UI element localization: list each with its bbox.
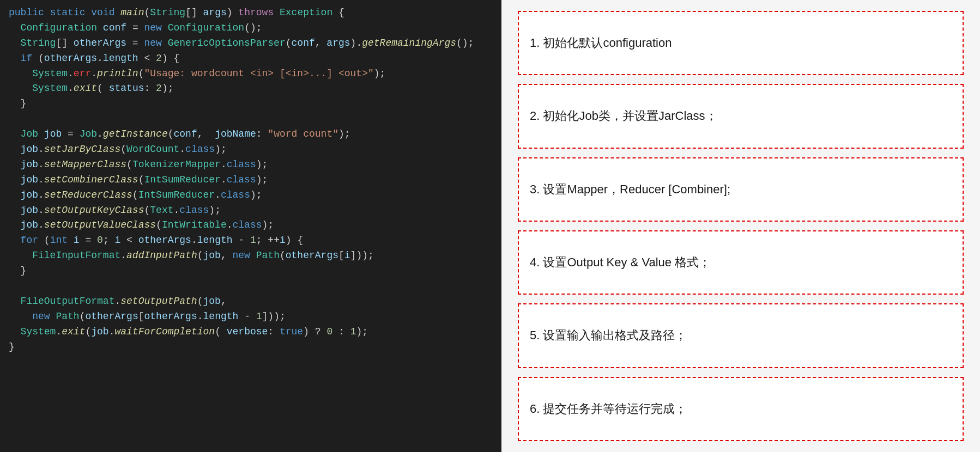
note-item-1: 1. 初始化默认configuration: [518, 11, 964, 75]
note-text-3: 3. 设置Mapper，Reducer [Combiner];: [530, 181, 730, 198]
note-item-6: 6. 提交任务并等待运行完成；: [518, 377, 964, 441]
note-item-2: 2. 初始化Job类，并设置JarClass；: [518, 84, 964, 148]
note-item-3: 3. 设置Mapper，Reducer [Combiner];: [518, 157, 964, 222]
notes-panel: 1. 初始化默认configuration 2. 初始化Job类，并设置JarC…: [501, 0, 980, 452]
note-text-5: 5. 设置输入输出格式及路径；: [530, 327, 687, 344]
code-panel: public static void main(String[] args) t…: [0, 0, 501, 452]
code-content: public static void main(String[] args) t…: [9, 5, 493, 355]
note-item-5: 5. 设置输入输出格式及路径；: [518, 303, 964, 368]
note-text-4: 4. 设置Output Key & Value 格式；: [530, 254, 711, 271]
note-text-1: 1. 初始化默认configuration: [530, 35, 672, 51]
note-text-2: 2. 初始化Job类，并设置JarClass；: [530, 108, 717, 124]
note-text-6: 6. 提交任务并等待运行完成；: [530, 401, 687, 417]
note-item-4: 4. 设置Output Key & Value 格式；: [518, 230, 964, 295]
